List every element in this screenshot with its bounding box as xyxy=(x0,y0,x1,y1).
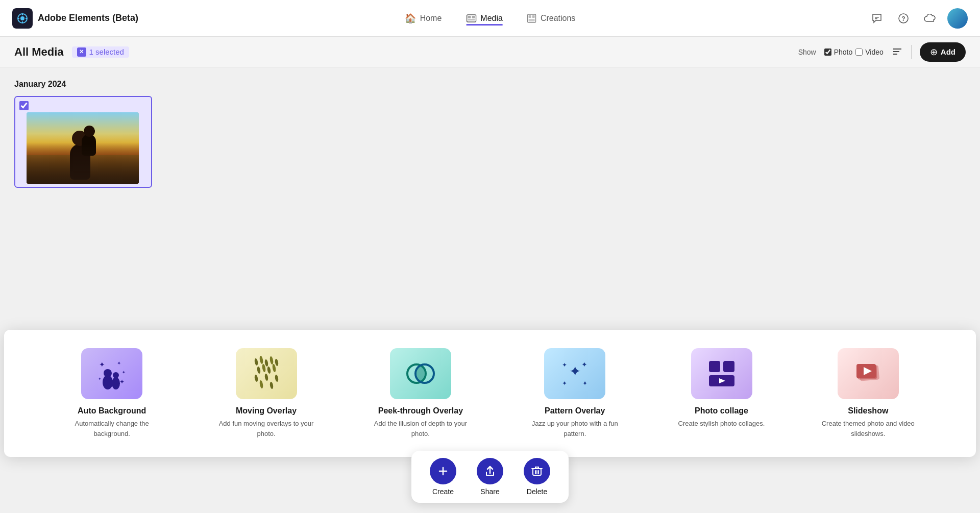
delete-icon xyxy=(524,458,550,484)
svg-point-38 xyxy=(272,364,276,373)
video-filter[interactable]: Video xyxy=(855,48,884,56)
creation-photo-collage[interactable]: Photo collage Create stylish photo colla… xyxy=(678,348,765,429)
svg-text:✦: ✦ xyxy=(119,378,125,385)
photo-collage-desc: Create stylish photo collages. xyxy=(678,419,765,429)
svg-text:✦: ✦ xyxy=(562,380,567,387)
slideshow-title: Slideshow xyxy=(848,406,888,416)
header-actions: ? xyxy=(868,8,968,29)
delete-label: Delete xyxy=(527,487,547,496)
creation-moving-overlay[interactable]: Moving Overlay Add fun moving overlays t… xyxy=(215,348,317,438)
svg-point-40 xyxy=(264,374,268,381)
creation-auto-background[interactable]: ✦ ✦ ✦ ✦ ✦ Auto Background Automatically … xyxy=(61,348,163,438)
svg-point-28 xyxy=(112,377,120,389)
header: Adobe Elements (Beta) 🏠 Home Media xyxy=(0,0,980,37)
svg-point-32 xyxy=(264,359,268,367)
home-icon: 🏠 xyxy=(405,13,416,24)
photo-collage-title: Photo collage xyxy=(695,406,748,416)
svg-rect-8 xyxy=(472,16,475,18)
create-label: Create xyxy=(432,487,454,496)
sort-button[interactable] xyxy=(892,46,903,58)
pattern-overlay-icon: ✦ ✦ ✦ ✦ ✦ xyxy=(544,348,605,399)
moving-overlay-icon xyxy=(236,348,297,399)
toolbar-right: Show Photo Video ⊕ Add xyxy=(798,42,966,62)
photo-thumbnail xyxy=(27,112,139,184)
app-title: Adobe Elements (Beta) xyxy=(38,13,138,23)
selected-badge[interactable]: ✕ 1 selected xyxy=(72,46,129,58)
svg-text:✦: ✦ xyxy=(569,363,581,379)
peek-overlay-icon xyxy=(390,348,451,399)
share-icon xyxy=(477,458,503,484)
svg-rect-51 xyxy=(709,361,720,372)
svg-point-36 xyxy=(261,364,266,373)
add-label: Add xyxy=(941,47,955,56)
svg-point-35 xyxy=(256,367,260,374)
svg-point-27 xyxy=(104,369,112,377)
share-label: Share xyxy=(480,487,499,496)
pattern-overlay-title: Pattern Overlay xyxy=(545,406,605,416)
creation-slideshow[interactable]: Slideshow Create themed photo and video … xyxy=(817,348,919,438)
photo-collage-icon xyxy=(691,348,752,399)
slideshow-icon xyxy=(838,348,899,399)
peek-overlay-title: Peek-through Overlay xyxy=(378,406,463,416)
svg-text:✦: ✦ xyxy=(562,361,567,369)
svg-text:✦: ✦ xyxy=(98,377,102,381)
share-button[interactable]: Share xyxy=(477,458,503,496)
page-title: All Media xyxy=(14,45,64,59)
auto-background-icon: ✦ ✦ ✦ ✦ ✦ xyxy=(81,348,142,399)
video-label: Video xyxy=(865,48,884,56)
nav-media[interactable]: Media xyxy=(466,11,503,26)
svg-text:✦: ✦ xyxy=(582,380,587,387)
nav-creations[interactable]: Creations xyxy=(527,11,575,26)
filter-checkboxes: Photo Video xyxy=(824,48,884,56)
svg-rect-15 xyxy=(875,18,877,19)
logo-icon xyxy=(12,8,33,29)
creation-popup: ✦ ✦ ✦ ✦ ✦ Auto Background Automatically … xyxy=(4,330,976,457)
photo-checkbox[interactable] xyxy=(824,48,831,56)
svg-point-31 xyxy=(259,356,263,364)
creations-icon xyxy=(527,13,536,23)
video-checkbox[interactable] xyxy=(855,48,863,56)
help-button[interactable]: ? xyxy=(894,9,913,28)
pattern-overlay-desc: Jazz up your photo with a fun pattern. xyxy=(524,419,626,438)
creation-pattern-overlay[interactable]: ✦ ✦ ✦ ✦ ✦ Pattern Overlay Jazz up your p… xyxy=(524,348,626,438)
svg-text:✦: ✦ xyxy=(99,360,105,369)
creation-peek-overlay[interactable]: Peek-through Overlay Add the illusion of… xyxy=(370,348,472,438)
moving-overlay-title: Moving Overlay xyxy=(236,406,297,416)
toolbar: All Media ✕ 1 selected Show Photo Video xyxy=(0,37,980,67)
svg-text:✦: ✦ xyxy=(581,360,587,369)
main-content: January 2024 xyxy=(0,67,980,200)
chat-button[interactable] xyxy=(868,9,886,28)
add-button[interactable]: ⊕ Add xyxy=(920,42,966,62)
section-date: January 2024 xyxy=(14,80,966,89)
auto-background-desc: Automatically change the background. xyxy=(61,419,163,438)
photo-filter[interactable]: Photo xyxy=(824,48,853,56)
svg-point-34 xyxy=(274,359,278,367)
svg-point-1 xyxy=(20,16,24,20)
moving-overlay-desc: Add fun moving overlays to your photo. xyxy=(215,419,317,438)
svg-rect-13 xyxy=(529,19,535,21)
clear-selection-icon[interactable]: ✕ xyxy=(77,47,86,57)
nav-creations-label: Creations xyxy=(541,14,575,23)
peek-overlay-desc: Add the illusion of depth to your photo. xyxy=(370,419,472,438)
bottom-action-bar: Create Share Delete xyxy=(411,451,569,503)
create-button[interactable]: Create xyxy=(430,458,456,496)
svg-rect-11 xyxy=(529,15,531,18)
photo-select-checkbox[interactable] xyxy=(19,101,29,112)
svg-point-41 xyxy=(274,375,278,382)
svg-rect-12 xyxy=(532,15,535,18)
app-logo: Adobe Elements (Beta) xyxy=(12,8,138,29)
nav-home[interactable]: 🏠 Home xyxy=(405,11,442,26)
nav-home-label: Home xyxy=(420,14,442,23)
svg-text:✦: ✦ xyxy=(117,360,121,366)
svg-point-33 xyxy=(269,356,274,365)
user-avatar[interactable] xyxy=(947,8,968,29)
delete-button[interactable]: Delete xyxy=(524,458,550,496)
nav-media-label: Media xyxy=(480,14,503,23)
photo-item[interactable] xyxy=(14,96,152,188)
svg-rect-7 xyxy=(468,16,471,18)
svg-rect-14 xyxy=(875,17,879,18)
svg-point-42 xyxy=(259,380,263,389)
svg-point-30 xyxy=(254,358,258,366)
svg-point-26 xyxy=(103,375,113,389)
cloud-button[interactable] xyxy=(921,9,939,28)
